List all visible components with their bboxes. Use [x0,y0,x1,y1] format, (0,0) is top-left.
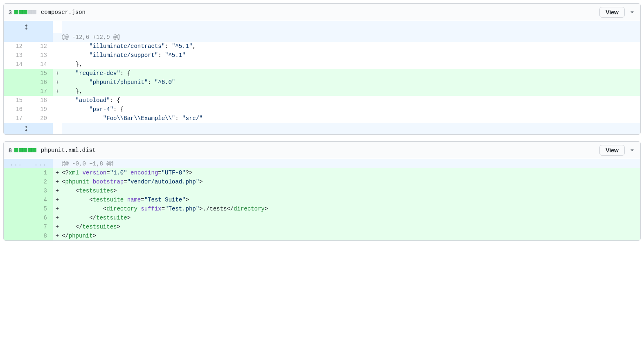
diff-gutter [53,51,62,60]
diff-header: 3 composer.json View [4,4,640,21]
diff-bar [14,148,18,152]
diff-line: 15+ "require-dev": { [4,69,640,78]
diff-filename[interactable]: composer.json [41,9,86,16]
line-number-old [4,195,28,204]
expand-icon [5,125,47,132]
diff-code: "illuminate/contracts": "^5.1", [62,42,640,51]
line-number-old: 12 [4,42,28,51]
diff-line: 8+</phpunit> [4,231,640,240]
line-number-old: 17 [4,114,28,123]
line-number-new: 2 [28,177,53,186]
diff-gutter [53,60,62,69]
diff-gutter: + [53,69,62,78]
line-number-old: 13 [4,51,28,60]
line-number-new: 16 [28,78,53,87]
line-number-new: 13 [28,51,53,60]
line-number-old [4,213,28,222]
line-number-new: 5 [28,204,53,213]
diff-line: 3+ <testsuites> [4,186,640,195]
diff-code: "require-dev": { [62,69,640,78]
diff-filename[interactable]: phpunit.xml.dist [41,147,96,154]
diff-line: 1+<?xml version="1.0" encoding="UTF-8"?> [4,168,640,177]
diff-code: }, [62,60,640,69]
diff-gutter: + [53,231,62,240]
diff-bar [32,148,36,152]
diff-line: 1313 "illuminate/support": "^5.1" [4,51,640,60]
chevron-down-icon[interactable] [629,9,635,16]
diff-line: 6+ </testsuite> [4,213,640,222]
diff-code: "illuminate/support": "^5.1" [62,51,640,60]
line-number-old: ... [4,159,28,168]
diff-gutter [53,105,62,114]
diff-gutter [53,96,62,105]
chevron-down-icon[interactable] [629,147,635,154]
diff-file: 3 composer.json View @@ -12,6 +12,9 @@12… [3,3,641,135]
line-number-new: 20 [28,114,53,123]
diff-code: @@ -12,6 +12,9 @@ [62,33,640,42]
line-number-new: 4 [28,195,53,204]
diff-bar [14,10,18,14]
line-number-new: 8 [28,231,53,240]
line-number-new: ... [28,159,53,168]
diff-code: "Foo\\Bar\\Example\\": "src/" [62,114,640,123]
line-number-new: 3 [28,186,53,195]
diff-change-count: 3 [9,9,12,16]
diff-gutter [53,114,62,123]
diff-line: ......@@ -0,0 +1,8 @@ [4,159,640,168]
expand-row[interactable] [4,21,640,33]
diff-gutter: + [53,186,62,195]
diff-gutter [53,42,62,51]
line-number-old [4,87,28,96]
line-number-old [4,222,28,231]
diff-bar [32,10,36,14]
diff-code: <?xml version="1.0" encoding="UTF-8"?> [62,168,640,177]
diff-bar [28,148,32,152]
diff-bar [19,148,23,152]
line-number-new: 12 [28,42,53,51]
diff-line: 1518 "autoload": { [4,96,640,105]
line-number-new: 6 [28,213,53,222]
diff-code: @@ -0,0 +1,8 @@ [62,159,640,168]
line-number-old: 14 [4,60,28,69]
diff-gutter: + [53,78,62,87]
diff-table: @@ -12,6 +12,9 @@1212 "illuminate/contra… [4,21,640,134]
expand-row[interactable] [4,123,640,134]
line-number-old [4,78,28,87]
line-number-old [4,231,28,240]
diff-line: @@ -12,6 +12,9 @@ [4,33,640,42]
diff-code: </testsuite> [62,213,640,222]
diff-line: 1414 }, [4,60,640,69]
line-number-old [4,69,28,78]
view-button[interactable]: View [599,145,625,156]
diff-line: 1720 "Foo\\Bar\\Example\\": "src/" [4,114,640,123]
diff-line: 4+ <testsuite name="Test Suite"> [4,195,640,204]
diff-stat-bars [14,10,37,14]
diff-gutter: + [53,213,62,222]
diff-line: 17+ }, [4,87,640,96]
line-number-new: 15 [28,69,53,78]
line-number-old [4,168,28,177]
diff-change-count: 8 [9,147,12,154]
diff-bar [28,10,32,14]
diff-gutter: + [53,222,62,231]
diff-bar [19,10,23,14]
line-number-new: 19 [28,105,53,114]
diff-code: </testsuites> [62,222,640,231]
diff-line: 2+<phpunit bootstrap="vendor/autoload.ph… [4,177,640,186]
diff-gutter: + [53,204,62,213]
line-number-old: 16 [4,105,28,114]
diff-gutter [53,33,62,42]
diff-table: ......@@ -0,0 +1,8 @@1+<?xml version="1.… [4,159,640,240]
diff-code: <directory suffix="Test.php">./tests</di… [62,204,640,213]
diff-code: <phpunit bootstrap="vendor/autoload.php"… [62,177,640,186]
view-button[interactable]: View [599,7,625,18]
diff-line: 16+ "phpunit/phpunit": "^6.0" [4,78,640,87]
diff-gutter: + [53,168,62,177]
diff-line: 1212 "illuminate/contracts": "^5.1", [4,42,640,51]
diff-bar [23,148,27,152]
diff-code: "autoload": { [62,96,640,105]
diff-line: 5+ <directory suffix="Test.php">./tests<… [4,204,640,213]
diff-gutter: + [53,195,62,204]
diff-line: 7+ </testsuites> [4,222,640,231]
diff-gutter: + [53,177,62,186]
